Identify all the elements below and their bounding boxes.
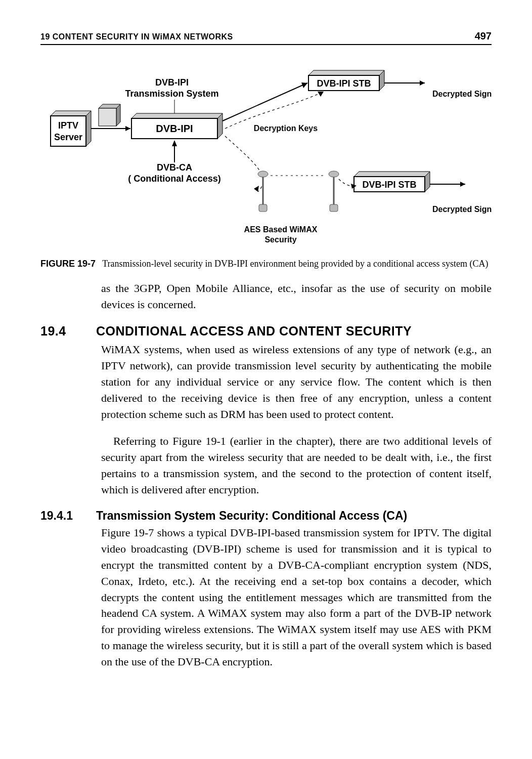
subsection-number: 19.4.1 — [40, 509, 96, 523]
header-page-number: 497 — [475, 30, 492, 42]
svg-marker-0 — [51, 111, 91, 116]
aes-l2: Security — [264, 235, 296, 244]
tower-2-icon — [329, 171, 339, 212]
dvb-ipi-box-label: DVB-IPI — [156, 123, 193, 134]
svg-marker-30 — [354, 172, 430, 177]
figure-19-7: IPTV Server DVB-IPI Transmission System … — [40, 60, 492, 252]
figure-caption: FIGURE 19-7 Transmission-level security … — [40, 258, 492, 270]
section-19-4-heading: 19.4CONDITIONAL ACCESS AND CONTENT SECUR… — [40, 324, 492, 339]
dvb-ca-l1: DVB-CA — [157, 162, 192, 173]
section-19-4-p1: WiMAX systems, when used as wireless ext… — [40, 342, 492, 422]
svg-rect-28 — [330, 204, 338, 212]
svg-point-24 — [258, 171, 268, 177]
running-header: 19 CONTENT SECURITY IN WiMAX NETWORKS 49… — [40, 30, 492, 45]
svg-marker-6 — [131, 113, 223, 118]
stb1-label: DVB-IPI STB — [317, 78, 371, 89]
section-title: CONDITIONAL ACCESS AND CONTENT SECURITY — [96, 324, 412, 338]
lead-in-paragraph: as the 3GPP, Open Mobile Alliance, etc.,… — [40, 280, 492, 313]
aes-l1: AES Based WiMAX — [244, 225, 318, 234]
figure-diagram: IPTV Server DVB-IPI Transmission System … — [40, 60, 492, 252]
iptv-server-node: IPTV Server — [51, 111, 91, 146]
stb-1-node: DVB-IPI STB — [308, 70, 384, 91]
subsection-title: Transmission System Security: Conditiona… — [96, 509, 407, 522]
svg-marker-21 — [318, 92, 324, 97]
svg-rect-25 — [259, 204, 267, 212]
dvb-ipi-ts-l2: Transmission System — [125, 89, 218, 99]
figure-label: FIGURE 19-7 — [40, 259, 96, 269]
svg-marker-18 — [420, 80, 425, 86]
svg-marker-1 — [86, 111, 91, 146]
svg-marker-14 — [308, 70, 384, 75]
svg-marker-34 — [460, 182, 465, 187]
decrypted-2-label: Decrypted Signal — [432, 205, 492, 214]
header-chapter-title: 19 CONTENT SECURITY IN WiMAX NETWORKS — [40, 32, 233, 41]
decrypted-1-label: Decrypted Signal — [432, 90, 492, 98]
dvb-ipi-ts-l1: DVB-IPI — [155, 77, 189, 88]
svg-marker-13 — [172, 140, 177, 146]
dvb-ipi-node: DVB-IPI — [131, 113, 223, 139]
section-19-4-1-p1: Figure 19-7 shows a typical DVB-IPI-base… — [40, 525, 492, 670]
svg-marker-11 — [125, 126, 130, 131]
figure-caption-text: Transmission-level security in DVB-IPI e… — [102, 259, 488, 269]
svg-marker-22 — [254, 186, 259, 192]
stb-2-node: DVB-IPI STB — [354, 172, 430, 192]
decryption-keys-label: Decryption Keys — [254, 124, 318, 133]
dvb-ca-l2: ( Conditional Access) — [128, 174, 220, 184]
iptv-label-1: IPTV — [58, 120, 78, 131]
svg-point-27 — [329, 171, 339, 177]
tower-1-icon — [258, 171, 268, 212]
iptv-label-2: Server — [54, 132, 82, 142]
svg-line-19 — [223, 83, 307, 121]
page: 19 CONTENT SECURITY IN WiMAX NETWORKS 49… — [0, 0, 532, 759]
cube-icon — [99, 104, 120, 126]
section-19-4-1-heading: 19.4.1Transmission System Security: Cond… — [40, 509, 492, 523]
stb2-label: DVB-IPI STB — [362, 180, 416, 190]
section-19-4-p2: Referring to Figure 19-1 (earlier in the… — [40, 433, 492, 498]
svg-marker-4 — [116, 104, 120, 126]
svg-rect-5 — [99, 108, 116, 126]
section-number: 19.4 — [40, 324, 96, 339]
